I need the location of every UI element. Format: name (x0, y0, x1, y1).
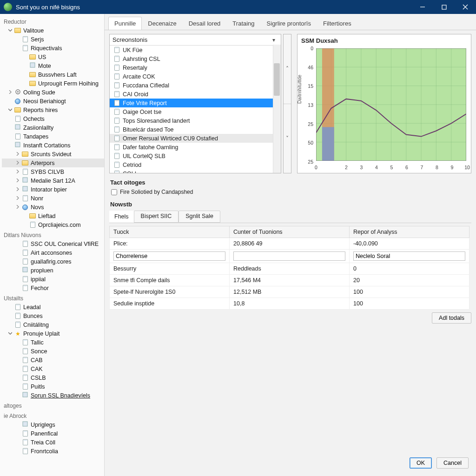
spin-down-button[interactable]: ˅ (284, 104, 291, 173)
tree-item[interactable]: Intorator bpier (2, 185, 104, 194)
tab[interactable]: Decenaize (142, 17, 182, 30)
tab[interactable]: Punnille (108, 17, 142, 30)
list-item[interactable]: Arcaite COK (110, 72, 281, 81)
minimize-button[interactable] (412, 0, 433, 14)
list-item[interactable]: Fote Vrite Report (110, 99, 281, 107)
tree-item[interactable]: Valitoue (2, 26, 104, 35)
tree-item[interactable]: Srcunts Svideut (2, 150, 104, 159)
tree-item[interactable]: SYBS CILVB (2, 167, 104, 176)
document-icon (23, 348, 28, 354)
fire-checkbox-row[interactable]: Fire Soliotied by Candapshed (111, 189, 471, 195)
tree-item[interactable]: propluen (2, 266, 104, 275)
list-item[interactable]: CAI Oroid (110, 90, 281, 99)
tree-item[interactable]: Tandapes (2, 132, 104, 141)
tree-item[interactable]: Bussvhers Laft (2, 70, 104, 79)
tree-item[interactable]: Arterpors (2, 159, 104, 167)
add-totals-button[interactable]: Adl todals (432, 312, 471, 324)
listbox-scrollbar[interactable] (273, 45, 281, 173)
tree-item[interactable]: Ochects (2, 114, 104, 123)
document-icon (23, 36, 28, 42)
fire-checkbox[interactable] (111, 189, 117, 195)
tree-item[interactable]: CAK (2, 364, 104, 373)
list-item[interactable]: Cetriod (110, 160, 281, 169)
document-icon (23, 383, 28, 390)
tree-item[interactable]: ★Pronuje Uplait (2, 329, 104, 338)
tree-item-label: Airt acconsones (31, 250, 72, 256)
tree-item[interactable]: Medalie Sart 12A (2, 176, 104, 185)
tree-item[interactable]: Instanft Cortations (2, 141, 104, 150)
tree-item[interactable]: Treia Còll (2, 438, 104, 447)
table-header[interactable]: Cunter of Tuonions (230, 226, 350, 238)
list-item[interactable]: Resertaly (110, 63, 281, 72)
table-header[interactable]: Tuock (110, 226, 230, 238)
tree-item[interactable]: Leadal (2, 303, 104, 311)
tree-item[interactable]: CSLB (2, 373, 104, 382)
list-item[interactable]: UlL CortelQ SLB (110, 152, 281, 160)
tree-item[interactable]: Bunces (2, 311, 104, 320)
list-item[interactable]: Dafer fatohe Oarnling (110, 143, 281, 152)
tree-item[interactable]: Tallic (2, 338, 104, 347)
tree-item[interactable]: Sonce (2, 347, 104, 356)
listbox-header[interactable]: Screonstonis ▾ (110, 34, 281, 46)
list-item[interactable]: COLI (110, 169, 281, 173)
list-item[interactable]: Bituelcár dased Toe (110, 125, 281, 134)
subtab[interactable]: Fhels (109, 211, 134, 223)
table-cell-input[interactable] (353, 251, 465, 261)
table-cell-input[interactable] (113, 251, 225, 261)
subtab[interactable]: Bispert SIIC (134, 211, 179, 223)
tree-item[interactable]: CAB (2, 356, 104, 364)
scrollbar-thumb[interactable] (274, 63, 280, 96)
tree-item[interactable]: Novs (2, 203, 104, 212)
tree-item[interactable]: Airt acconsones (2, 248, 104, 257)
list-item[interactable]: UK Füe (110, 46, 281, 54)
tree-item[interactable]: Nonr (2, 194, 104, 203)
tree-item[interactable]: SSC OUL Conerical VfiRE (2, 239, 104, 248)
list-item[interactable]: Aahrsting CSL (110, 54, 281, 63)
tree-item[interactable]: Fronrtcolia (2, 447, 104, 456)
tree-item[interactable]: Serjs (2, 35, 104, 44)
svg-rect-7 (15, 125, 20, 129)
list-item[interactable]: Tops Sloresandied landert (110, 116, 281, 125)
tree-item[interactable]: Riquectivals (2, 44, 104, 53)
maximize-button[interactable] (433, 0, 455, 14)
tree-item-label: Sonce (31, 348, 47, 355)
tree-item[interactable]: Fechor (2, 284, 104, 292)
tree-arrow-icon (16, 37, 20, 42)
list-item[interactable]: Fuccdana Cifiedal (110, 81, 281, 90)
tree-item[interactable]: Cniitálitng (2, 320, 104, 329)
tab[interactable]: Sigrlire prontorïs (261, 17, 317, 30)
spin-up-button[interactable]: ˄ (284, 34, 291, 104)
tree-item[interactable]: Upriglegs (2, 420, 104, 429)
table-cell-input[interactable] (233, 251, 345, 261)
tree-item[interactable]: Zasiionlallty (2, 123, 104, 132)
cancel-button[interactable]: Cancel (436, 457, 469, 469)
table-header[interactable]: Repor of Analyss (350, 226, 469, 238)
tree-item[interactable]: guallafirig.cores (2, 257, 104, 266)
tree-item[interactable]: Puitls (2, 382, 104, 391)
tree-item[interactable]: US (2, 53, 104, 61)
tab[interactable]: Desail lored (183, 17, 227, 30)
tree-item[interactable]: Lieftad (2, 212, 104, 220)
tree-item[interactable]: Panenfical (2, 429, 104, 438)
list-item[interactable]: Omer Rersual Wirticed CU9 Ostafied (110, 134, 281, 143)
document-icon (23, 195, 28, 201)
tree-item[interactable]: Oprcliajeics.com (2, 220, 104, 229)
document-icon (15, 116, 20, 122)
tree-item[interactable]: Urprougit Ferm Hoihing (2, 79, 104, 88)
list-item[interactable]: Oaige Ocet tse (110, 107, 281, 116)
tab[interactable]: Trataing (226, 17, 260, 30)
tree-item[interactable]: Reports hires (2, 106, 104, 114)
tree-item[interactable]: Ooling Sude (2, 88, 104, 97)
subtab[interactable]: Sgnlit Sale (178, 211, 220, 223)
tree-item[interactable]: ippiial (2, 275, 104, 284)
tree-item[interactable]: Mote (2, 61, 104, 70)
ok-button[interactable]: OK (410, 457, 432, 469)
document-icon (23, 357, 28, 363)
tree-item-label: Reports hires (23, 107, 58, 113)
tree-item-label: Puitls (31, 383, 45, 390)
tree-item-label: Instanft Cortations (23, 142, 70, 149)
tree-item[interactable]: Sorun SSL Bnadievíels (2, 391, 104, 400)
close-button[interactable] (455, 0, 476, 14)
tree-item[interactable]: Neosi Beriahiogt (2, 97, 104, 106)
tab[interactable]: Filtertiores (317, 17, 357, 30)
